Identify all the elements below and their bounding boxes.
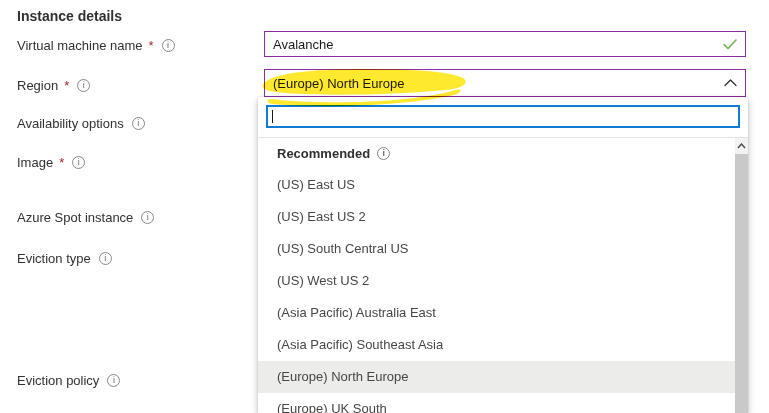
dropdown-group-header: Recommended i bbox=[258, 138, 735, 169]
info-icon[interactable]: i bbox=[162, 39, 175, 52]
info-icon[interactable]: i bbox=[77, 79, 90, 92]
region-option[interactable]: (Europe) UK South bbox=[258, 393, 735, 413]
info-icon[interactable]: i bbox=[377, 147, 390, 160]
label-text: Image bbox=[17, 155, 53, 170]
info-icon[interactable]: i bbox=[72, 156, 85, 169]
section-title: Instance details bbox=[17, 8, 122, 24]
region-option[interactable]: (Asia Pacific) Southeast Asia bbox=[258, 329, 735, 361]
label-text: Virtual machine name bbox=[17, 38, 143, 53]
region-value: (Europe) North Europe bbox=[273, 76, 718, 91]
field-label-availability-options: Availability optionsi bbox=[17, 115, 145, 132]
region-option[interactable]: (US) East US bbox=[258, 169, 735, 201]
text-cursor bbox=[272, 110, 273, 123]
field-label-azure-spot-instance: Azure Spot instancei bbox=[17, 209, 154, 226]
region-search-input[interactable] bbox=[266, 105, 740, 128]
region-option[interactable]: (Asia Pacific) Australia East bbox=[258, 297, 735, 329]
vm-name-value: Avalanche bbox=[273, 37, 717, 52]
info-icon[interactable]: i bbox=[107, 374, 120, 387]
info-icon[interactable]: i bbox=[132, 117, 145, 130]
field-label-vm-name: Virtual machine name*i bbox=[17, 37, 175, 54]
dropdown-scrollbar[interactable] bbox=[735, 138, 748, 413]
region-option[interactable]: (US) West US 2 bbox=[258, 265, 735, 297]
region-option-highlighted[interactable]: (Europe) North Europe bbox=[258, 361, 735, 393]
label-text: Eviction type bbox=[17, 251, 91, 266]
scroll-up-arrow-icon bbox=[737, 143, 746, 149]
info-icon[interactable]: i bbox=[141, 211, 154, 224]
info-icon[interactable]: i bbox=[99, 252, 112, 265]
region-option[interactable]: (US) South Central US bbox=[258, 233, 735, 265]
scroll-up-button[interactable] bbox=[735, 138, 748, 153]
label-text: Eviction policy bbox=[17, 373, 99, 388]
label-text: Availability options bbox=[17, 116, 124, 131]
group-header-text: Recommended bbox=[277, 146, 370, 161]
region-option[interactable]: (US) East US 2 bbox=[258, 201, 735, 233]
field-label-eviction-policy: Eviction policyi bbox=[17, 372, 120, 389]
label-text: Azure Spot instance bbox=[17, 210, 133, 225]
scrollbar-thumb[interactable] bbox=[735, 154, 748, 413]
valid-check-icon bbox=[723, 39, 737, 50]
required-asterisk: * bbox=[64, 78, 69, 93]
field-label-eviction-type: Eviction typei bbox=[17, 250, 112, 267]
chevron-up-icon bbox=[724, 79, 737, 87]
region-combobox[interactable]: (Europe) North Europe bbox=[264, 69, 746, 97]
region-dropdown-flyout: Recommended i (US) East US (US) East US … bbox=[258, 97, 748, 413]
required-asterisk: * bbox=[149, 38, 154, 53]
field-label-image: Image*i bbox=[17, 154, 85, 171]
label-text: Region bbox=[17, 78, 58, 93]
vm-name-input[interactable]: Avalanche bbox=[264, 31, 746, 57]
azure-create-vm-form: Instance details Virtual machine name*i … bbox=[0, 0, 769, 413]
required-asterisk: * bbox=[59, 155, 64, 170]
field-label-region: Region*i bbox=[17, 77, 90, 94]
